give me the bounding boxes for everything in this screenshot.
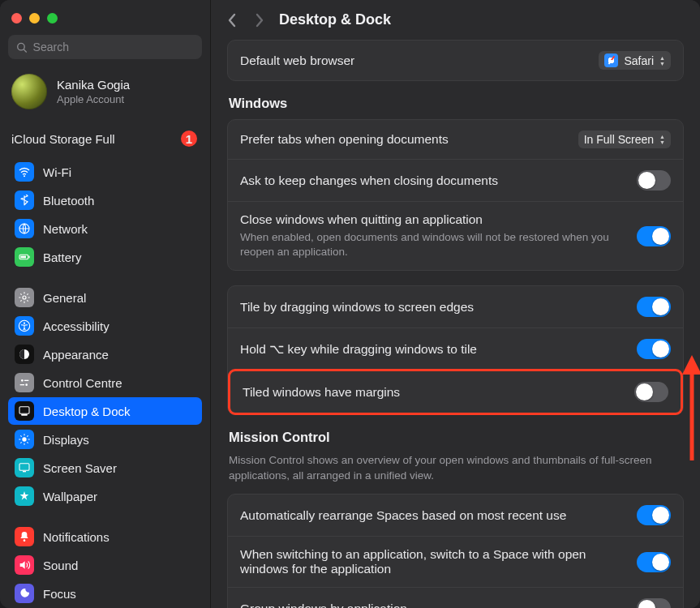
close-window-button[interactable] <box>11 13 22 24</box>
windows-card-1: Prefer tabs when opening documents In Fu… <box>227 119 684 271</box>
sidebar-item-label: Control Centre <box>43 376 122 390</box>
sidebar-item-battery[interactable]: Battery <box>8 243 202 271</box>
forward-button[interactable] <box>255 13 264 28</box>
tile-drag-label: Tile by dragging windows to screen edges <box>240 300 474 315</box>
svg-rect-18 <box>19 464 29 471</box>
prefer-tabs-value: In Full Screen <box>584 133 654 146</box>
close-quit-sub: When enabled, open documents and windows… <box>240 230 625 259</box>
appearance-icon <box>15 345 34 364</box>
sidebar-item-label: Network <box>43 222 88 236</box>
sidebar-item-sound[interactable]: Sound <box>8 551 202 579</box>
svg-point-20 <box>24 539 26 542</box>
search-field[interactable] <box>8 35 202 59</box>
sidebar-item-wifi[interactable]: Wi-Fi <box>8 158 202 186</box>
hold-opt-row: Hold ⌥ key while dragging windows to til… <box>228 328 683 370</box>
sidebar-item-label: Bluetooth <box>43 194 94 208</box>
sidebar-item-bluetooth[interactable]: Bluetooth <box>8 186 202 214</box>
hold-opt-label: Hold ⌥ key while dragging windows to til… <box>240 342 477 357</box>
svg-rect-19 <box>23 471 26 472</box>
account-row[interactable]: Kanika Gogia Apple Account <box>8 71 202 124</box>
minimize-window-button[interactable] <box>29 13 40 24</box>
sidebar: Kanika Gogia Apple Account iCloud Storag… <box>0 0 211 608</box>
tiled-margins-row: Tiled windows have margins <box>230 371 681 413</box>
sidebar-item-label: Accessibility <box>43 319 110 333</box>
content-scroll[interactable]: Default web browser Safari ▲▼ Windows Pr… <box>211 36 700 608</box>
mission-control-sub: Mission Control shows an overview of you… <box>229 453 682 484</box>
close-quit-label: Close windows when quitting an applicati… <box>240 212 625 227</box>
prefer-tabs-select[interactable]: In Full Screen ▲▼ <box>578 131 671 148</box>
auto-rearrange-row: Automatically rearrange Spaces based on … <box>228 495 683 536</box>
svg-rect-15 <box>19 407 29 414</box>
switch-space-toggle[interactable] <box>637 552 671 572</box>
sidebar-item-control-centre[interactable]: Control Centre <box>8 369 202 396</box>
mission-control-heading: Mission Control <box>229 430 682 445</box>
sidebar-nav: Wi-FiBluetoothNetworkBatteryGeneralAcces… <box>8 158 202 607</box>
search-input[interactable] <box>33 41 194 54</box>
sidebar-item-displays[interactable]: Displays <box>8 426 202 453</box>
avatar <box>11 74 47 109</box>
sidebar-item-label: Wi-Fi <box>43 165 71 179</box>
desktop-dock-icon <box>15 401 34 421</box>
sidebar-item-general[interactable]: General <box>8 284 202 311</box>
sidebar-item-label: Battery <box>43 250 82 264</box>
sidebar-item-label: Appearance <box>43 348 109 362</box>
notifications-icon <box>15 527 34 546</box>
svg-line-1 <box>24 49 26 52</box>
sidebar-item-label: Desktop & Dock <box>43 405 131 418</box>
page-title: Desktop & Dock <box>279 11 391 28</box>
tiled-margins-toggle[interactable] <box>634 382 668 402</box>
network-icon <box>15 219 34 238</box>
auto-rearrange-label: Automatically rearrange Spaces based on … <box>240 508 566 523</box>
default-browser-label: Default web browser <box>240 54 354 68</box>
sidebar-item-screen-saver[interactable]: Screen Saver <box>8 454 202 482</box>
sidebar-item-desktop-dock[interactable]: Desktop & Dock <box>8 397 202 425</box>
hold-opt-toggle[interactable] <box>637 339 671 359</box>
sidebar-item-accessibility[interactable]: Accessibility <box>8 312 202 340</box>
svg-rect-16 <box>21 414 28 416</box>
sidebar-item-label: Notifications <box>43 530 110 544</box>
svg-point-13 <box>25 383 28 386</box>
window-controls <box>8 8 202 35</box>
storage-label: iCloud Storage Full <box>11 132 115 146</box>
sidebar-item-wallpaper[interactable]: Wallpaper <box>8 482 202 510</box>
screen-saver-icon <box>15 458 34 477</box>
ask-keep-toggle[interactable] <box>637 170 671 191</box>
safari-icon <box>604 54 618 67</box>
tile-drag-toggle[interactable] <box>637 297 671 317</box>
account-name: Kanika Gogia <box>57 78 130 92</box>
svg-point-0 <box>18 43 24 49</box>
default-browser-value: Safari <box>624 54 654 67</box>
wallpaper-icon <box>15 486 34 506</box>
sidebar-item-label: Focus <box>43 587 76 601</box>
default-browser-card: Default web browser Safari ▲▼ <box>227 40 684 81</box>
ask-keep-row: Ask to keep changes when closing documen… <box>228 159 683 201</box>
svg-point-9 <box>24 323 25 324</box>
focus-icon <box>15 584 34 603</box>
close-quit-toggle[interactable] <box>637 226 671 246</box>
sidebar-item-label: General <box>43 291 86 305</box>
sidebar-item-network[interactable]: Network <box>8 215 202 242</box>
svg-rect-5 <box>28 256 29 259</box>
tiled-margins-label: Tiled windows have margins <box>243 385 400 400</box>
windows-heading: Windows <box>229 96 682 111</box>
auto-rearrange-toggle[interactable] <box>637 505 671 525</box>
switch-space-label: When switching to an application, switch… <box>240 547 625 576</box>
tile-drag-row: Tile by dragging windows to screen edges <box>228 286 683 328</box>
back-button[interactable] <box>227 13 237 28</box>
storage-badge: 1 <box>181 131 197 147</box>
sound-icon <box>15 555 34 575</box>
displays-icon <box>15 430 34 449</box>
switch-space-row: When switching to an application, switch… <box>228 536 683 587</box>
sidebar-item-notifications[interactable]: Notifications <box>8 523 202 550</box>
default-browser-row: Default web browser Safari ▲▼ <box>228 41 683 80</box>
default-browser-select[interactable]: Safari ▲▼ <box>599 51 671 70</box>
group-by-app-toggle[interactable] <box>637 598 671 608</box>
sidebar-item-focus[interactable]: Focus <box>8 580 202 607</box>
sidebar-item-appearance[interactable]: Appearance <box>8 340 202 368</box>
highlighted-row: Tiled windows have margins <box>228 369 683 415</box>
storage-row[interactable]: iCloud Storage Full 1 <box>8 124 202 158</box>
fullscreen-window-button[interactable] <box>47 13 58 24</box>
accessibility-icon <box>15 316 34 336</box>
svg-point-2 <box>24 175 25 177</box>
mission-control-card: Automatically rearrange Spaces based on … <box>227 494 684 608</box>
